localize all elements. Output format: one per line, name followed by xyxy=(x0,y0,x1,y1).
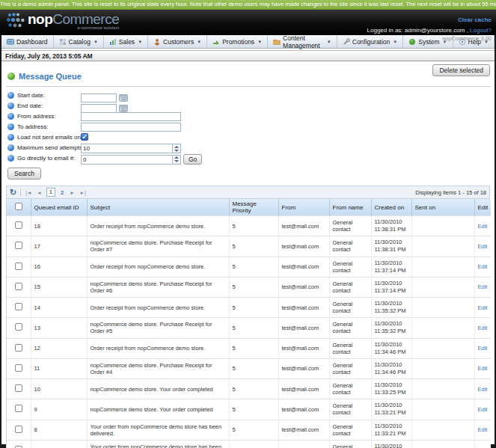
toolbar-separator xyxy=(20,188,21,197)
edit-link[interactable]: Edit xyxy=(478,345,488,352)
menu-item-catalog[interactable]: Catalog ▼ xyxy=(54,35,104,48)
cell-created-on: 11/30/201011:34:46 PM xyxy=(371,338,411,358)
clear-cache-link[interactable]: Clear cache xyxy=(458,16,492,23)
edit-link[interactable]: Edit xyxy=(478,406,488,413)
edit-link[interactable]: Edit xyxy=(478,426,488,433)
cell-from: test@mail.com xyxy=(278,379,329,399)
cell-created-on: 11/30/201011:33:21 PM xyxy=(371,399,411,420)
cell-from: test@mail.com xyxy=(278,399,329,420)
cell-sent-on xyxy=(411,216,474,236)
brand-text: nopCommerce xyxy=(28,12,119,27)
cell-from: test@mail.com xyxy=(278,277,329,297)
cell-subject: Order receipt from nopCommerce demo stor… xyxy=(87,338,229,358)
cell-from: test@mail.com xyxy=(278,318,329,338)
menu-item-customers[interactable]: Customers ▼ xyxy=(148,35,207,48)
row-checkbox[interactable] xyxy=(15,323,22,331)
row-checkbox[interactable] xyxy=(15,384,22,392)
go-button[interactable]: Go xyxy=(183,154,202,165)
menu-item-sales[interactable]: Sales ▼ xyxy=(104,35,148,48)
row-checkbox[interactable] xyxy=(15,242,22,249)
cell-queued-email-id: 15 xyxy=(31,277,87,297)
cell-from: test@mail.com xyxy=(278,236,329,257)
edit-link[interactable]: Edit xyxy=(478,304,488,311)
cell-subject: Order receipt from nopCommerce demo stor… xyxy=(87,216,229,236)
col-subject: Subject xyxy=(87,199,229,216)
first-page-icon[interactable]: |◄ xyxy=(25,190,32,195)
refresh-icon[interactable]: ↻ xyxy=(10,188,16,197)
go-directly-stepper[interactable]: 0 xyxy=(81,155,181,165)
row-checkbox[interactable] xyxy=(15,303,22,310)
edit-link[interactable]: Edit xyxy=(478,365,488,372)
edit-link[interactable]: Edit xyxy=(478,283,488,290)
cell-from: test@mail.com xyxy=(278,298,329,318)
row-checkbox[interactable] xyxy=(15,283,22,290)
cell-queued-email-id: 16 xyxy=(31,257,87,277)
filter-row-go-directly: Go directly to email #: 0 Go xyxy=(6,154,490,164)
cell-priority: 5 xyxy=(229,440,278,448)
last-page-icon[interactable]: ►| xyxy=(79,190,87,195)
cell-queued-email-id: 9 xyxy=(31,399,87,420)
search-button[interactable]: Search xyxy=(7,168,41,179)
row-checkbox[interactable] xyxy=(15,364,22,372)
filter-row-end-date: End date: xyxy=(6,102,490,111)
cell-subject: nopCommerce demo store. Purchase Receipt… xyxy=(87,318,229,338)
col-queued-email-id: Queued email ID xyxy=(31,199,87,216)
edit-link[interactable]: Edit xyxy=(478,263,488,270)
row-checkbox[interactable] xyxy=(15,344,22,352)
to-address-input[interactable] xyxy=(81,123,181,132)
max-attempts-value[interactable]: 10 xyxy=(82,144,172,153)
next-page-icon[interactable]: ► xyxy=(69,190,75,195)
cell-sent-on xyxy=(411,399,474,420)
delete-selected-button[interactable]: Delete selected xyxy=(432,64,490,76)
stepper-arrows-icon[interactable] xyxy=(172,144,180,153)
load-not-sent-checkbox[interactable]: ✓ xyxy=(81,133,88,141)
row-checkbox[interactable] xyxy=(15,263,22,270)
col-message-priority: Message Priority xyxy=(229,199,278,216)
edit-link[interactable]: Edit xyxy=(478,243,488,250)
table-row: 10 nopCommerce demo store. Your order co… xyxy=(7,379,491,399)
edit-link[interactable]: Edit xyxy=(478,386,488,393)
menu-item-dashboard[interactable]: Dashboard xyxy=(1,35,54,48)
row-checkbox[interactable] xyxy=(15,426,22,433)
start-date-label: Start date: xyxy=(17,92,45,99)
col-from: From xyxy=(278,199,329,216)
table-row: 7 Your order from nopCommerce demo store… xyxy=(7,440,491,448)
edit-link[interactable]: Edit xyxy=(478,223,488,230)
sales-icon xyxy=(109,38,117,46)
row-checkbox[interactable] xyxy=(15,405,22,412)
from-address-input[interactable] xyxy=(81,112,181,121)
cell-created-on: 11/30/201011:33:21 PM xyxy=(371,420,411,440)
cell-from-name: General contact xyxy=(329,379,371,399)
cell-created-on: 11/30/201011:34:46 PM xyxy=(371,358,411,378)
grid-toolbar-top: ↻ |◄ ◄ 1 2 ► ►| Displaying items 1 - 15 … xyxy=(7,186,489,199)
edit-link[interactable]: Edit xyxy=(478,325,488,331)
cell-from-name: General contact xyxy=(329,338,371,358)
cell-subject: Your order from nopCommerce demo store h… xyxy=(87,440,229,448)
menu-item-promotions[interactable]: Promotions ▼ xyxy=(207,35,268,48)
go-directly-value[interactable]: 0 xyxy=(82,156,172,164)
page-2[interactable]: 2 xyxy=(59,189,65,196)
stepper-arrows-icon[interactable] xyxy=(172,156,180,164)
cell-from-name: General contact xyxy=(329,277,371,297)
cell-priority: 5 xyxy=(229,236,278,257)
email-table: Queued email ID Subject Message Priority… xyxy=(7,199,491,448)
row-checkbox[interactable] xyxy=(15,221,22,229)
cell-from-name: General contact xyxy=(329,358,371,378)
max-attempts-stepper[interactable]: 10 xyxy=(81,144,181,153)
prev-page-icon[interactable]: ◄ xyxy=(36,190,42,195)
menu-item-label: Content Management xyxy=(283,34,324,49)
page-1[interactable]: 1 xyxy=(46,188,55,197)
logged-in-prefix: Logged in as: admin@yourstore.com , xyxy=(367,27,471,34)
menu-item-content-management[interactable]: Content Management ▼ xyxy=(268,35,337,48)
max-attempts-label: Maximum send attempts: xyxy=(17,144,84,151)
select-all-checkbox[interactable] xyxy=(15,203,22,210)
divider xyxy=(6,86,490,87)
table-row: 17 nopCommerce demo store. Purchase Rece… xyxy=(7,236,491,257)
cell-created-on: 11/30/201011:38:31 PM xyxy=(371,236,411,257)
cell-from-name: General contact xyxy=(329,257,371,277)
filter-row-to-address: To address: xyxy=(6,123,490,132)
cell-created-on: 11/30/201011:35:32 PM xyxy=(371,318,411,338)
logout-link[interactable]: Logout? xyxy=(470,27,492,34)
table-row: 8 Your order from nopCommerce demo store… xyxy=(7,420,491,440)
cell-queued-email-id: 18 xyxy=(31,216,87,236)
